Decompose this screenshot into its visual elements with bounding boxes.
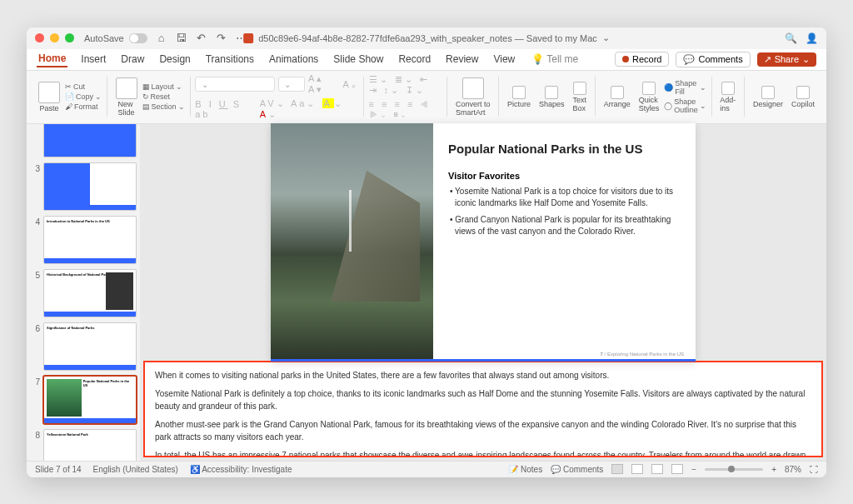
thumb-3[interactable]: [43, 162, 137, 211]
tab-draw[interactable]: Draw: [119, 52, 146, 67]
ribbon-toolbar: Paste ✂ Cut 📄 Copy ⌄ 🖌 Format New Slide …: [27, 71, 826, 124]
slide-bullet: • Grand Canyon National Park is popular …: [448, 214, 681, 237]
thumb-7[interactable]: Popular National Parks in the US: [43, 376, 137, 424]
redo-icon[interactable]: ↷: [216, 32, 227, 44]
view-reading-icon[interactable]: [651, 464, 663, 474]
autosave-toggle[interactable]: AutoSave: [84, 33, 147, 43]
share-button[interactable]: ↗ Share ⌄: [757, 52, 816, 67]
view-sorter-icon[interactable]: [631, 464, 643, 474]
copy-button[interactable]: 📄 Copy ⌄: [65, 92, 102, 101]
zoom-in-button[interactable]: +: [771, 465, 776, 474]
comments-toggle[interactable]: 💬 Comments: [551, 465, 603, 474]
record-button[interactable]: Record: [615, 52, 669, 67]
note-line: When it comes to visiting national parks…: [155, 369, 811, 382]
reset-button[interactable]: ↻ Reset: [142, 92, 185, 101]
designer-icon: [761, 86, 775, 99]
save-icon[interactable]: 🖫: [176, 32, 187, 44]
content-area: 3 4Introduction to National Parks in the…: [27, 124, 826, 461]
filename-label: d50c89e6-94af-4b8e-8282-77fdfe6aa293_wit…: [258, 33, 597, 43]
tab-insert[interactable]: Insert: [79, 52, 107, 67]
shapes-icon: [545, 86, 558, 99]
quick-access-toolbar: ⌂ 🖫 ↶ ↷ ⋯: [156, 32, 247, 44]
slide-counter: Slide 7 of 14: [35, 465, 82, 474]
comments-button[interactable]: 💬 Comments: [676, 52, 750, 67]
designer-button[interactable]: Designer: [750, 84, 786, 110]
picture-icon: [512, 86, 526, 99]
quickstyles-button[interactable]: Quick Styles: [636, 80, 663, 114]
ribbon-tabs: Home Insert Draw Design Transitions Anim…: [27, 49, 826, 71]
powerpoint-icon: [243, 33, 253, 43]
status-bar: Slide 7 of 14 English (United States) ♿ …: [27, 461, 826, 477]
slide: Popular National Parks in the US Visitor…: [271, 123, 696, 362]
section-button[interactable]: ▤ Section ⌄: [142, 102, 185, 111]
record-dot-icon: [622, 56, 629, 62]
slide-footer: 7 / Exploring National Parks in the US: [601, 352, 684, 357]
list-buttons[interactable]: ☰⌄ ≣⌄ ⇤ ⇥ ↕⌄ ↧⌄: [369, 74, 442, 96]
user-icon[interactable]: 👤: [806, 32, 818, 44]
window-controls: [35, 33, 74, 42]
paste-group[interactable]: Paste: [35, 80, 63, 114]
tell-me-search[interactable]: 💡 Tell me: [531, 53, 578, 65]
layout-button[interactable]: ▦ Layout ⌄: [142, 82, 185, 91]
tab-animations[interactable]: Animations: [267, 52, 320, 67]
addins-icon: [721, 82, 735, 95]
clear-formatting[interactable]: Aₓ: [343, 79, 358, 90]
addins-button[interactable]: Add-ins: [716, 80, 739, 114]
font-highlight[interactable]: AV⌄ Aa⌄ A⌄ A⌄: [260, 98, 358, 120]
thumb-5[interactable]: Historical Background of National Parks: [43, 269, 137, 317]
tab-review[interactable]: Review: [444, 52, 480, 67]
tab-design[interactable]: Design: [157, 52, 192, 67]
home-icon[interactable]: ⌂: [156, 32, 167, 44]
tab-slideshow[interactable]: Slide Show: [332, 52, 385, 67]
convert-smartart-button[interactable]: Convert to SmartArt: [452, 76, 494, 118]
view-normal-icon[interactable]: [611, 464, 623, 474]
slide-thumbnails: 3 4Introduction to National Parks in the…: [27, 124, 140, 461]
zoom-out-button[interactable]: −: [691, 465, 696, 474]
minimize-icon[interactable]: [50, 33, 59, 42]
arrange-icon: [611, 86, 624, 99]
picture-button[interactable]: Picture: [504, 84, 534, 110]
note-line: Yosemite National Park is definitely a t…: [155, 387, 811, 412]
notes-toggle[interactable]: 📝 Notes: [508, 465, 542, 474]
font-family-select[interactable]: ⌄: [195, 77, 274, 92]
bold-italic-underline[interactable]: B I U S ab: [195, 99, 256, 119]
undo-icon[interactable]: ↶: [196, 32, 207, 44]
chevron-down-icon[interactable]: ⌄: [602, 32, 610, 43]
shape-fill-button[interactable]: 🔵 Shape Fill ⌄: [664, 79, 706, 96]
slide-canvas[interactable]: Popular National Parks in the US Visitor…: [140, 124, 826, 361]
tab-home[interactable]: Home: [37, 51, 67, 67]
tab-record[interactable]: Record: [397, 52, 432, 67]
arrange-button[interactable]: Arrange: [601, 84, 634, 110]
tab-transitions[interactable]: Transitions: [204, 52, 256, 67]
copilot-icon: [796, 86, 810, 99]
close-icon[interactable]: [35, 33, 44, 42]
view-slideshow-icon[interactable]: [671, 464, 683, 474]
slide-title: Popular National Parks in the US: [448, 142, 681, 156]
new-slide-icon: [116, 77, 137, 99]
shape-outline-button[interactable]: ◯ Shape Outline ⌄: [664, 97, 706, 114]
language-label[interactable]: English (United States): [93, 465, 178, 474]
font-size-select[interactable]: ⌄: [278, 77, 305, 92]
align-buttons[interactable]: ≡ ≡ ≡ ≡ ⫷ ⫸⌄ ⊞⌄: [369, 99, 442, 119]
new-slide-button[interactable]: New Slide: [112, 76, 141, 118]
thumb-8[interactable]: Yellowstone National Park: [43, 429, 137, 461]
tab-view[interactable]: View: [491, 52, 516, 67]
font-grow-shrink[interactable]: A▴ A▾: [308, 73, 340, 95]
thumb-6[interactable]: Significance of National Parks: [43, 322, 137, 371]
fit-window-icon[interactable]: ⛶: [810, 465, 818, 474]
search-icon[interactable]: 🔍: [785, 32, 797, 44]
note-line: In total, the US has an impressive 7 nat…: [155, 449, 811, 457]
copilot-button[interactable]: Copilot: [788, 84, 818, 110]
toggle-icon[interactable]: [129, 33, 147, 43]
format-painter-button[interactable]: 🖌 Format: [65, 102, 102, 111]
accessibility-button[interactable]: ♿ Accessibility: Investigate: [190, 465, 292, 474]
thumb-4[interactable]: Introduction to National Parks in the US: [43, 216, 137, 264]
cut-button[interactable]: ✂ Cut: [65, 82, 102, 91]
shapes-button[interactable]: Shapes: [536, 84, 568, 110]
speaker-notes[interactable]: When it comes to visiting national parks…: [143, 361, 823, 457]
zoom-level[interactable]: 87%: [785, 465, 801, 474]
textbox-button[interactable]: Text Box: [570, 80, 591, 114]
zoom-slider[interactable]: [705, 468, 763, 471]
maximize-icon[interactable]: [65, 33, 74, 42]
autosave-label: AutoSave: [84, 33, 124, 43]
